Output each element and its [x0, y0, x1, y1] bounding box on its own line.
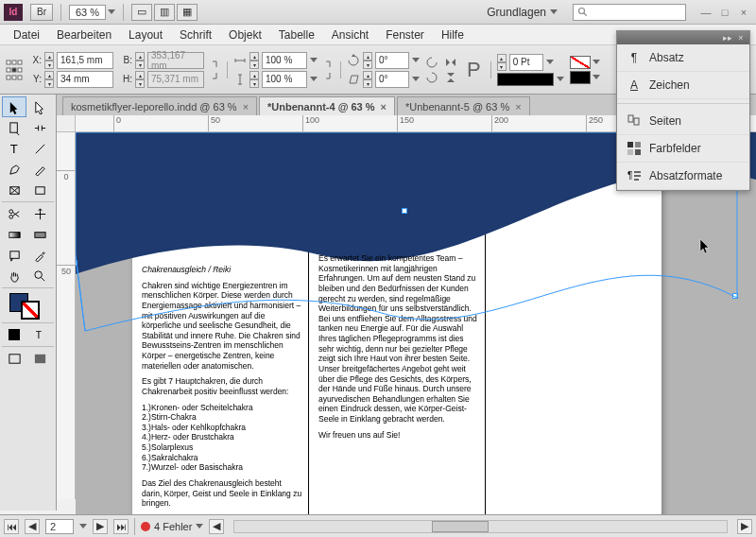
selection-tool[interactable]: [2, 96, 26, 117]
gap-tool[interactable]: [28, 117, 53, 138]
text: Chakrenausgleich / Reiki: [142, 265, 302, 275]
svg-rect-17: [36, 186, 44, 194]
rotate-ccw-icon[interactable]: [425, 56, 438, 69]
rotate-cw-icon[interactable]: [425, 71, 438, 84]
maximize-button[interactable]: □: [716, 6, 733, 19]
y-input[interactable]: 34 mm: [57, 71, 113, 88]
panel-seiten[interactable]: Seiten: [617, 103, 749, 135]
format-container-button[interactable]: T: [28, 324, 53, 345]
paragraph-icon: ¶: [627, 50, 642, 65]
direct-selection-tool[interactable]: [28, 96, 53, 117]
constrain-scale-icon[interactable]: [323, 56, 335, 84]
menu-ansicht[interactable]: Ansicht: [332, 28, 369, 42]
bridge-button[interactable]: Br: [30, 4, 53, 21]
text: Es erwartet Sie ein kompetentes Team – K…: [318, 253, 479, 424]
panel-absatzformate[interactable]: ¶ Absatzformate: [617, 163, 749, 190]
close-button[interactable]: ×: [735, 6, 752, 19]
menu-datei[interactable]: Datei: [13, 28, 40, 42]
rectangle-tool[interactable]: [28, 180, 53, 200]
menu-schrift[interactable]: Schrift: [180, 28, 212, 42]
scroll-left-button[interactable]: ◀: [209, 519, 224, 534]
scissors-tool[interactable]: [2, 203, 26, 224]
menu-tabelle[interactable]: Tabelle: [279, 28, 315, 42]
reference-point-icon[interactable]: [6, 56, 23, 84]
gradient-swatch-tool[interactable]: [2, 224, 26, 245]
close-tab-icon[interactable]: ×: [381, 101, 387, 113]
ruler-vertical[interactable]: 0 50: [57, 132, 76, 499]
line-tool[interactable]: [28, 138, 53, 159]
svg-rect-11: [9, 122, 17, 131]
arrange-button[interactable]: ▦: [177, 4, 198, 21]
doc-tab[interactable]: *Unbenannt-4 @ 63 %×: [259, 96, 395, 115]
color-wells[interactable]: [2, 289, 54, 321]
search-input[interactable]: [573, 4, 686, 21]
view-mode-preview[interactable]: [28, 348, 53, 369]
status-bar: ⏮ ◀ 2 ▶ ⏭ 4 Fehler ◀ ▶: [0, 514, 756, 537]
doc-tab[interactable]: kosmetikflyer-leporello.indd @ 63 %×: [62, 96, 257, 115]
x-input[interactable]: 161,5 mm: [57, 52, 113, 69]
scale-x-icon: [233, 54, 247, 67]
zoom-tool[interactable]: [28, 266, 53, 286]
ruler-origin[interactable]: [57, 115, 76, 132]
scale-y-input[interactable]: 100 %: [262, 71, 307, 88]
flip-v-icon[interactable]: [444, 71, 457, 84]
transform-tool[interactable]: [28, 203, 53, 224]
eyedropper-tool[interactable]: [28, 245, 53, 266]
page-tool[interactable]: [2, 117, 26, 138]
doc-tab[interactable]: *Unbenannt-5 @ 63 %×: [397, 96, 530, 115]
stroke-color-icon[interactable]: [21, 301, 40, 320]
zoom-dropdown[interactable]: 63 %: [69, 5, 115, 20]
type-tool[interactable]: T: [2, 138, 26, 159]
svg-rect-7: [18, 68, 22, 72]
pencil-tool[interactable]: [28, 159, 53, 180]
menu-bearbeiten[interactable]: Bearbeiten: [57, 28, 112, 42]
view-mode-button[interactable]: ▭: [131, 4, 152, 21]
close-tab-icon[interactable]: ×: [243, 101, 249, 113]
prev-page-button[interactable]: ◀: [25, 519, 40, 534]
gradient-feather-tool[interactable]: [28, 224, 53, 245]
first-page-button[interactable]: ⏮: [4, 519, 19, 534]
svg-point-23: [35, 270, 43, 278]
last-page-button[interactable]: ⏭: [113, 519, 129, 534]
rotate-input[interactable]: 0°: [375, 52, 409, 69]
height-input[interactable]: 75,371 mm: [147, 71, 204, 88]
menu-fenster[interactable]: Fenster: [386, 28, 424, 42]
scale-x-input[interactable]: 100 %: [262, 52, 307, 69]
y-label: Y:: [28, 74, 42, 84]
page-number-input[interactable]: 2: [45, 519, 74, 534]
svg-rect-2: [7, 61, 10, 64]
workspace-dropdown[interactable]: Grundlagen: [479, 4, 565, 21]
constrain-wh-icon[interactable]: [210, 56, 221, 84]
scroll-right-button[interactable]: ▶: [737, 519, 752, 534]
menu-layout[interactable]: Layout: [129, 28, 163, 42]
panel-absatz[interactable]: ¶ Absatz: [617, 44, 749, 72]
panel-close-icon[interactable]: ×: [736, 33, 746, 43]
screen-mode-button[interactable]: ▥: [154, 4, 175, 21]
hand-tool[interactable]: [2, 266, 26, 286]
h-scrollbar[interactable]: [233, 520, 728, 533]
stroke-style-dropdown[interactable]: [497, 73, 554, 86]
panel-zeichen[interactable]: A Zeichen: [617, 72, 749, 99]
rectangle-frame-tool[interactable]: [2, 180, 26, 200]
svg-text:T: T: [9, 142, 17, 156]
panel-collapse-icon[interactable]: ▸▸: [723, 33, 732, 43]
menu-objekt[interactable]: Objekt: [229, 28, 262, 42]
minimize-button[interactable]: —: [697, 6, 714, 19]
fill-swatch[interactable]: [570, 56, 591, 69]
next-page-button[interactable]: ▶: [93, 519, 108, 534]
close-tab-icon[interactable]: ×: [515, 101, 521, 113]
pen-tool[interactable]: [2, 159, 26, 180]
stroke-swatch[interactable]: [570, 71, 591, 84]
pages-icon: [627, 113, 642, 129]
shear-input[interactable]: 0°: [375, 71, 409, 88]
view-mode-normal[interactable]: [2, 348, 26, 369]
character-icon: A: [627, 78, 642, 93]
note-tool[interactable]: [2, 245, 26, 266]
apply-color-button[interactable]: [2, 324, 26, 345]
flip-h-icon[interactable]: [444, 56, 457, 69]
stroke-input[interactable]: 0 Pt: [509, 54, 543, 71]
menu-hilfe[interactable]: Hilfe: [441, 28, 464, 42]
panel-farbfelder[interactable]: Farbfelder: [617, 135, 749, 163]
width-input[interactable]: 353,167 mm: [147, 52, 204, 69]
preflight-status[interactable]: 4 Fehler: [141, 521, 203, 532]
